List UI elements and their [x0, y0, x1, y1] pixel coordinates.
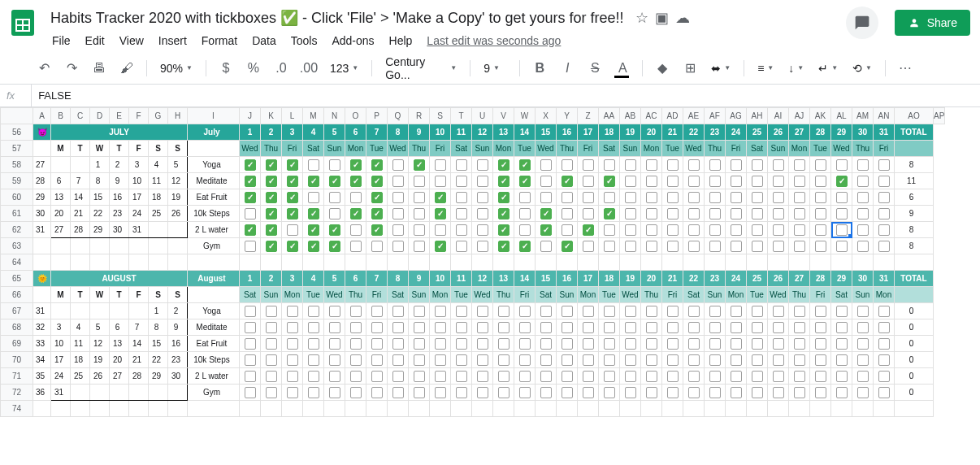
checkbox-icon[interactable] — [731, 354, 742, 366]
checkbox-icon[interactable] — [646, 176, 657, 187]
checkbox-icon[interactable] — [540, 192, 552, 203]
checkbox-icon[interactable] — [350, 387, 362, 398]
checkbox-icon[interactable] — [287, 176, 298, 187]
checkbox-cell[interactable] — [451, 385, 472, 401]
checkbox-icon[interactable] — [287, 208, 298, 219]
cal-day[interactable]: 13 — [51, 189, 71, 206]
habit-total[interactable]: 0 — [895, 336, 934, 352]
checkbox-cell[interactable] — [493, 157, 514, 173]
checkbox-icon[interactable] — [583, 208, 594, 219]
cal-dow-head[interactable]: M — [51, 287, 71, 303]
cal-day[interactable]: 30 — [110, 222, 129, 238]
checkbox-icon[interactable] — [836, 241, 848, 252]
checkbox-icon[interactable] — [477, 387, 488, 398]
cal-day[interactable]: 18 — [71, 352, 90, 368]
checkbox-cell[interactable] — [705, 222, 726, 238]
col-header-X[interactable]: X — [536, 108, 557, 124]
checkbox-icon[interactable] — [688, 354, 700, 366]
checkbox-cell[interactable] — [282, 173, 303, 189]
checkbox-icon[interactable] — [752, 387, 763, 398]
checkbox-icon[interactable] — [245, 371, 256, 382]
checkbox-icon[interactable] — [329, 306, 340, 317]
dow-Wed[interactable]: Wed — [324, 287, 345, 303]
col-header-N[interactable]: N — [324, 108, 345, 124]
col-header-G[interactable]: G — [149, 108, 168, 124]
checkbox-cell[interactable] — [789, 173, 810, 189]
checkbox-cell[interactable] — [620, 336, 641, 352]
checkbox-icon[interactable] — [731, 371, 742, 382]
checkbox-cell[interactable] — [345, 385, 366, 401]
dow-Wed[interactable]: Wed — [472, 287, 493, 303]
day-num-3[interactable]: 3 — [282, 124, 303, 141]
day-num-27[interactable]: 27 — [789, 271, 810, 287]
checkbox-icon[interactable] — [709, 192, 721, 203]
checkbox-cell[interactable] — [451, 368, 472, 385]
checkbox-cell[interactable] — [599, 319, 620, 336]
checkbox-icon[interactable] — [371, 208, 383, 219]
checkbox-icon[interactable] — [245, 159, 256, 171]
habit-total[interactable]: 0 — [895, 368, 934, 385]
checkbox-cell[interactable] — [345, 352, 366, 368]
checkbox-icon[interactable] — [329, 241, 340, 252]
checkbox-cell[interactable] — [409, 206, 430, 222]
checkbox-icon[interactable] — [815, 338, 826, 350]
checkbox-icon[interactable] — [392, 192, 404, 203]
day-num-11[interactable]: 11 — [451, 124, 472, 141]
checkbox-icon[interactable] — [414, 387, 425, 398]
checkbox-icon[interactable] — [667, 208, 679, 219]
cal-day[interactable] — [149, 385, 168, 401]
week-num[interactable]: 33 — [33, 336, 51, 352]
checkbox-cell[interactable] — [852, 173, 874, 189]
cal-day[interactable]: 23 — [110, 206, 129, 222]
checkbox-icon[interactable] — [540, 159, 552, 171]
day-num-24[interactable]: 24 — [726, 271, 747, 287]
checkbox-cell[interactable] — [620, 352, 641, 368]
month-emoji[interactable]: 😈 — [33, 124, 51, 141]
checkbox-icon[interactable] — [688, 306, 700, 317]
checkbox-icon[interactable] — [350, 224, 362, 236]
checkbox-cell[interactable] — [683, 319, 705, 336]
dow-Fri[interactable]: Fri — [810, 287, 831, 303]
day-num-30[interactable]: 30 — [852, 271, 874, 287]
cal-day[interactable]: 10 — [129, 173, 149, 189]
checkbox-icon[interactable] — [245, 241, 256, 252]
checkbox-icon[interactable] — [519, 306, 531, 317]
checkbox-cell[interactable] — [536, 303, 557, 319]
day-num-29[interactable]: 29 — [831, 124, 852, 141]
checkbox-icon[interactable] — [667, 371, 679, 382]
checkbox-cell[interactable] — [662, 352, 683, 368]
checkbox-cell[interactable] — [831, 336, 852, 352]
total-label[interactable]: TOTAL — [895, 271, 934, 287]
checkbox-icon[interactable] — [414, 192, 425, 203]
checkbox-cell[interactable] — [430, 319, 451, 336]
checkbox-cell[interactable] — [240, 303, 261, 319]
checkbox-icon[interactable] — [836, 306, 848, 317]
checkbox-icon[interactable] — [731, 241, 742, 252]
menu-add-ons[interactable]: Add-ons — [325, 31, 380, 50]
checkbox-icon[interactable] — [498, 387, 510, 398]
checkbox-cell[interactable] — [747, 222, 768, 238]
checkbox-cell[interactable] — [810, 222, 831, 238]
checkbox-cell[interactable] — [662, 206, 683, 222]
checkbox-icon[interactable] — [815, 176, 826, 187]
checkbox-icon[interactable] — [583, 371, 594, 382]
checkbox-icon[interactable] — [836, 387, 848, 398]
checkbox-icon[interactable] — [498, 322, 510, 333]
checkbox-cell[interactable] — [366, 319, 388, 336]
checkbox-cell[interactable] — [747, 157, 768, 173]
checkbox-icon[interactable] — [435, 241, 446, 252]
checkbox-cell[interactable] — [768, 238, 789, 254]
checkbox-cell[interactable] — [409, 157, 430, 173]
checkbox-cell[interactable] — [557, 157, 578, 173]
checkbox-cell[interactable] — [240, 173, 261, 189]
cal-day[interactable]: 1 — [149, 303, 168, 319]
dow-Thu[interactable]: Thu — [789, 287, 810, 303]
checkbox-icon[interactable] — [414, 371, 425, 382]
checkbox-cell[interactable] — [324, 238, 345, 254]
day-num-6[interactable]: 6 — [345, 271, 366, 287]
cal-day[interactable]: 19 — [168, 189, 188, 206]
checkbox-cell[interactable] — [726, 206, 747, 222]
checkbox-icon[interactable] — [688, 176, 700, 187]
dow-Tue[interactable]: Tue — [747, 287, 768, 303]
checkbox-icon[interactable] — [540, 208, 552, 219]
